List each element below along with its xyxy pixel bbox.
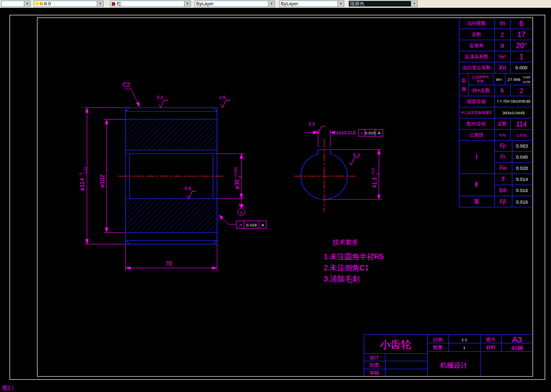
dim-root-text: ø102: [99, 175, 105, 188]
dim-bore-tol-dn: 0: [238, 176, 242, 178]
chevron-down-icon[interactable]: ▼: [184, 1, 190, 6]
plotstyle-combo[interactable]: 随颜色 ▼: [348, 1, 418, 7]
tol-symbol: Fβ: [500, 199, 506, 205]
checker-label: 审核: [370, 370, 379, 376]
finish-top2: 1.6: [219, 95, 226, 100]
datum-label: A: [240, 210, 243, 215]
accuracy-value: 7-7-7DH GB10095-88: [497, 99, 530, 103]
dim-keyway-depth-dn: 0: [376, 173, 380, 175]
linetype-combo[interactable]: ByLayer ▼: [195, 1, 275, 7]
tol-value: 0.063: [516, 143, 528, 149]
tol-group-col2: 代号: [499, 133, 507, 137]
layer-lock-icon: [44, 2, 47, 5]
gear-section-view: [118, 108, 224, 244]
w-tol-up: -0.103: [522, 76, 530, 79]
gdt2-tolerance: 0.015: [365, 131, 376, 135]
material-label: 材料: [485, 345, 495, 350]
chevron-down-icon[interactable]: ▼: [411, 1, 417, 6]
color-name: 红: [117, 1, 122, 7]
drafter-label: 绘图: [370, 362, 379, 368]
param-symbol: z: [501, 31, 504, 38]
tol-value: 0.016: [516, 199, 528, 205]
style-combo[interactable]: ▼: [1, 1, 31, 7]
mate-gear-value: 114: [516, 120, 527, 128]
tol-value: 0.028: [516, 166, 528, 171]
chevron-down-icon[interactable]: ▼: [337, 1, 344, 6]
dim-keyway-width-text: 10±0.018: [336, 130, 355, 135]
mate-gear-symbol: 齿数: [498, 121, 507, 126]
param-value: 17: [517, 30, 526, 39]
w-label-1: 公法线平均: [472, 75, 489, 79]
qty-label: 数量: [433, 345, 443, 350]
chevron-down-icon[interactable]: ▼: [268, 1, 274, 6]
param-label: 法向变位系数: [462, 65, 491, 70]
chamfer-text: C2: [123, 81, 130, 88]
param-value: 1: [519, 52, 524, 61]
color-combo[interactable]: 红 ▼: [110, 1, 191, 7]
linetype-name: ByLayer: [196, 1, 214, 6]
w-symbol: W=: [496, 77, 503, 82]
tol-symbol: Fr: [500, 154, 506, 160]
param-value: 0.000: [516, 65, 528, 70]
center-dist-label: 中心距及其极限偏差: [461, 111, 492, 115]
tech-title: 技术要求: [332, 239, 358, 246]
dim-keyway-depth-up: +0.2: [371, 168, 375, 175]
param-label: 齿数: [472, 32, 481, 37]
accuracy-label: 精度等级: [467, 99, 486, 104]
gdt-frame-symmetry: = 0.015 A: [359, 130, 383, 136]
tol-symbol: Fp: [500, 143, 506, 149]
chevron-down-icon[interactable]: ▼: [97, 1, 103, 6]
group-III: Ⅲ: [474, 197, 479, 205]
object-properties-toolbar: ▼ 0 ▼ 红 ▼ ByLayer ▼ ByLayer ▼ 随颜色 ▼: [0, 0, 551, 8]
gdt2-symbol-icon: =: [360, 131, 363, 136]
gdt1-symbol-icon: ↗: [238, 223, 242, 228]
drawing-canvas[interactable]: ø114 0 -0.22 ø102 ø38 +0.039 0: [0, 0, 551, 392]
layer-freeze-icon: [40, 2, 43, 5]
param-label: 法向模数: [467, 21, 486, 26]
param-value: 6: [519, 19, 524, 28]
param-symbol: Xn: [499, 64, 507, 71]
param-symbol: ha*: [499, 54, 506, 59]
param-value: 20°: [516, 41, 527, 50]
organization: 机械设计: [440, 361, 467, 369]
dim-od-tol-dn: -0.22: [84, 167, 87, 175]
dim-bore-tol-up: +0.039: [234, 167, 237, 178]
tol-symbol: fpb: [499, 187, 507, 193]
lineweight-name: ByLayer: [281, 1, 298, 6]
k-label: 跨K齿数: [472, 88, 490, 93]
color-swatch-icon: [112, 2, 115, 6]
finish-bore: 0.8: [185, 186, 191, 191]
tol-group-label: 公差组: [470, 132, 484, 138]
dim-bore-text: ø38: [234, 179, 240, 189]
dim-keyway-depth-text: 41.3: [372, 177, 378, 188]
param-label: 齿形角: [470, 43, 484, 48]
hatch-top: [126, 120, 217, 150]
dim-od-text: ø114: [79, 178, 85, 191]
qty-value: 1: [463, 345, 466, 350]
gdt1-datum: A: [261, 223, 264, 227]
hatch-bottom: [126, 199, 217, 233]
tol-symbol: Fw: [499, 165, 507, 171]
param-symbol: m: [500, 20, 505, 27]
k-value: 2: [519, 87, 523, 95]
tech-item-2: 2.未注倒角C1: [324, 263, 369, 272]
dim-od-tol-up: 0: [79, 172, 82, 175]
chevron-down-icon[interactable]: ▼: [24, 1, 30, 6]
tol-value: 0.040: [516, 154, 528, 160]
group-II: Ⅱ: [475, 180, 478, 188]
status-bottom-left[interactable]: 图2 /: [2, 385, 13, 391]
gdt1-tolerance: 0.018: [246, 223, 257, 227]
tol-value: 0.016: [516, 188, 528, 193]
finish-key-right: 6.3: [353, 152, 360, 158]
gdt2-datum: A: [378, 131, 381, 135]
layer-on-icon: [35, 2, 39, 5]
lineweight-combo[interactable]: ByLayer ▼: [279, 1, 344, 7]
tech-item-3: 3.清除毛刺: [324, 275, 360, 283]
param-symbol: α: [501, 42, 504, 49]
center-dist-value: 393±0.0445: [502, 111, 525, 115]
scale-label: 比例: [433, 337, 443, 342]
w-tol-dn: -0.278: [522, 80, 530, 84]
layer-combo[interactable]: 0 ▼: [34, 1, 104, 7]
drawing-no-value: A3: [512, 335, 522, 344]
drawing-no-label: 图号: [486, 337, 495, 342]
